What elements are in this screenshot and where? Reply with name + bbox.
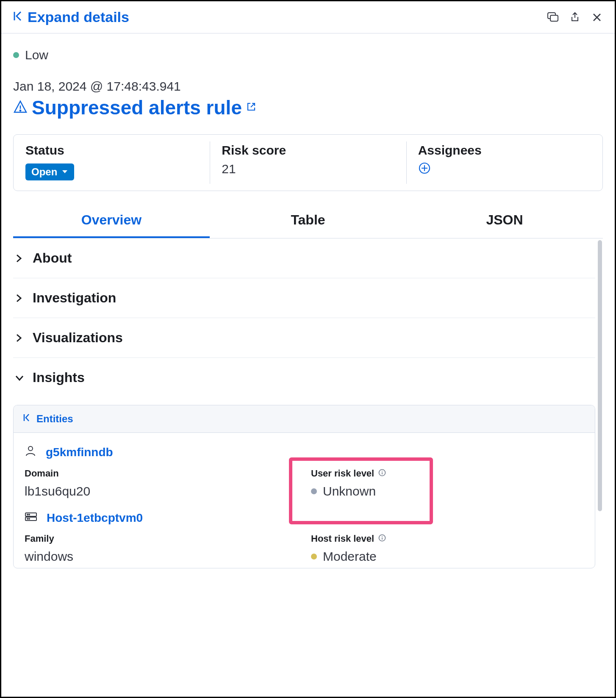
external-link-icon[interactable] bbox=[246, 102, 256, 114]
alert-title-link[interactable]: Suppressed alerts rule bbox=[32, 96, 242, 119]
entities-header[interactable]: Entities bbox=[14, 405, 595, 433]
user-details: Domain User risk level lb1su6qu20 Unknow… bbox=[25, 468, 584, 499]
user-domain-label: Domain bbox=[25, 468, 297, 479]
section-visualizations-label: Visualizations bbox=[33, 330, 123, 346]
severity-row: Low bbox=[13, 48, 603, 62]
risk-dot-icon bbox=[311, 488, 317, 494]
svg-point-11 bbox=[27, 518, 28, 519]
section-about-label: About bbox=[33, 250, 72, 266]
scroll-area: About Investigation Visualizations Insig… bbox=[13, 238, 603, 697]
svg-point-6 bbox=[382, 471, 383, 472]
severity-label: Low bbox=[25, 48, 48, 62]
assignees-label: Assignees bbox=[418, 143, 591, 158]
host-entity-link[interactable]: Host-1etbcptvm0 bbox=[25, 511, 584, 525]
info-icon[interactable] bbox=[378, 533, 386, 544]
user-risk-label: User risk level bbox=[311, 468, 584, 479]
svg-point-12 bbox=[29, 518, 30, 519]
severity-dot-icon bbox=[13, 52, 19, 58]
collapse-left-icon bbox=[13, 9, 22, 25]
risk-score-label: Risk score bbox=[222, 143, 394, 158]
svg-point-4 bbox=[28, 446, 33, 451]
collapse-left-icon bbox=[23, 413, 31, 425]
host-icon bbox=[25, 511, 37, 525]
expand-details-button[interactable]: Expand details bbox=[13, 9, 129, 25]
summary-card: Status Open Risk score 21 Assignees bbox=[13, 134, 603, 191]
expand-details-label: Expand details bbox=[28, 9, 129, 25]
status-label: Status bbox=[25, 143, 198, 158]
share-icon[interactable] bbox=[569, 11, 581, 23]
chevron-down-icon bbox=[61, 169, 68, 174]
title-row: Suppressed alerts rule bbox=[13, 96, 603, 119]
user-icon bbox=[25, 445, 36, 460]
status-value: Open bbox=[31, 166, 57, 178]
tab-overview[interactable]: Overview bbox=[13, 205, 210, 238]
risk-dot-icon bbox=[311, 554, 317, 560]
host-family-label: Family bbox=[25, 533, 297, 544]
entities-body: g5kmfinndb Domain User risk level lb1su6… bbox=[14, 433, 595, 568]
info-icon[interactable] bbox=[378, 468, 386, 479]
user-risk-value: Unknown bbox=[311, 484, 584, 499]
chevron-right-icon bbox=[15, 333, 24, 343]
section-insights-label: Insights bbox=[33, 370, 85, 385]
section-investigation[interactable]: Investigation bbox=[13, 278, 595, 318]
timestamp: Jan 18, 2024 @ 17:48:43.941 bbox=[13, 79, 603, 94]
status-dropdown[interactable]: Open bbox=[25, 163, 74, 180]
chevron-right-icon bbox=[15, 294, 24, 303]
tab-json[interactable]: JSON bbox=[406, 205, 603, 238]
host-name: Host-1etbcptvm0 bbox=[47, 511, 143, 525]
add-assignee-button[interactable] bbox=[418, 162, 591, 176]
host-details: Family Host risk level windows Moderate bbox=[25, 533, 584, 564]
section-insights[interactable]: Insights bbox=[13, 358, 595, 397]
close-icon[interactable] bbox=[591, 11, 603, 23]
chevron-down-icon bbox=[15, 373, 24, 382]
user-domain-value: lb1su6qu20 bbox=[25, 484, 297, 499]
host-family-value: windows bbox=[25, 549, 297, 564]
section-visualizations[interactable]: Visualizations bbox=[13, 318, 595, 358]
scrollbar[interactable] bbox=[598, 240, 602, 511]
content: Low Jan 18, 2024 @ 17:48:43.941 Suppress… bbox=[1, 33, 615, 697]
svg-point-14 bbox=[382, 536, 383, 537]
section-about[interactable]: About bbox=[13, 238, 595, 278]
status-column: Status Open bbox=[14, 135, 210, 191]
section-investigation-label: Investigation bbox=[33, 290, 116, 306]
alert-details-panel: Expand details Low Jan 18, 2024 @ 17:48:… bbox=[0, 0, 616, 698]
user-name: g5kmfinndb bbox=[46, 446, 113, 459]
chevron-right-icon bbox=[15, 254, 24, 263]
tabs: Overview Table JSON bbox=[13, 205, 603, 238]
host-risk-value: Moderate bbox=[311, 549, 584, 564]
risk-score-column: Risk score 21 bbox=[210, 135, 406, 191]
topbar-actions bbox=[547, 11, 603, 23]
host-risk-label: Host risk level bbox=[311, 533, 584, 544]
topbar: Expand details bbox=[1, 1, 615, 33]
warning-icon bbox=[13, 100, 28, 116]
risk-score-value: 21 bbox=[222, 162, 394, 176]
svg-point-9 bbox=[27, 514, 28, 515]
entities-label: Entities bbox=[36, 413, 73, 425]
svg-point-2 bbox=[20, 110, 21, 111]
chat-icon[interactable] bbox=[547, 11, 559, 23]
insights-body: Entities g5kmfinndb Domain User risk lev… bbox=[13, 405, 595, 568]
svg-point-10 bbox=[29, 514, 30, 515]
svg-rect-1 bbox=[550, 15, 558, 21]
tab-table[interactable]: Table bbox=[210, 205, 406, 238]
assignees-column: Assignees bbox=[406, 135, 602, 191]
user-entity-link[interactable]: g5kmfinndb bbox=[25, 445, 584, 460]
